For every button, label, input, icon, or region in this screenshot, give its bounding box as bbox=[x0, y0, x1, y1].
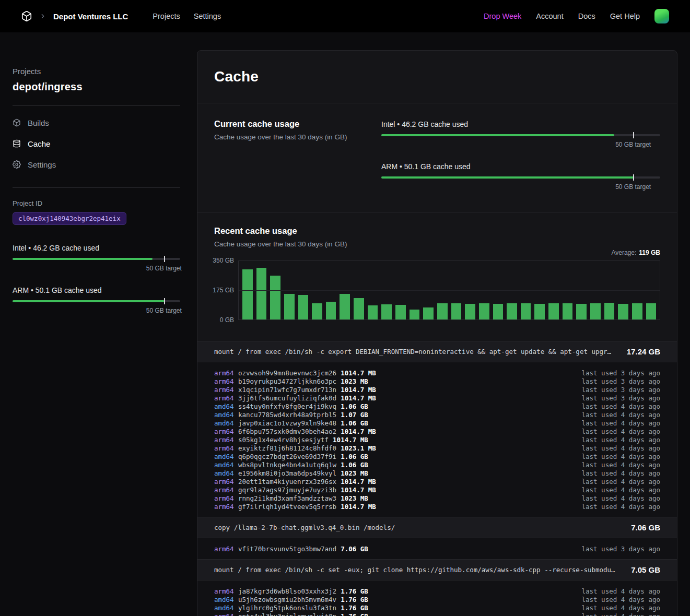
project-id-badge[interactable]: cl0wz0xj140943ebgr2ep41eix bbox=[13, 212, 126, 225]
entry-size: 1.06 GB bbox=[341, 402, 368, 410]
entry-arch: amd64 bbox=[214, 419, 238, 427]
entry-hash: gf7ilrlqh1yd4tveev5q5rrsb bbox=[238, 503, 336, 511]
entry-hash: rnng2i1kmd3xamf3amdzztaw3 bbox=[238, 494, 336, 502]
entry-hash: ss4tuy0nfxfv8fg0er4ji9kvq bbox=[238, 402, 336, 410]
entry-size: 1.06 GB bbox=[341, 461, 368, 469]
average-row: Average: 119 GB bbox=[214, 249, 660, 256]
breadcrumb-chevron-icon bbox=[39, 13, 46, 20]
entry-size: 1014.7 MB bbox=[341, 369, 376, 377]
nav-right-links: Drop WeekAccountDocsGet Help bbox=[484, 12, 640, 20]
cache-entry-row: arm646f6bpu757sxk0dmv30beh4ao21014.7 MBl… bbox=[214, 427, 660, 435]
user-avatar[interactable] bbox=[654, 9, 669, 23]
usage-target-tick bbox=[164, 256, 165, 262]
cache-entry-row: arm6420ett1tam4kiyuenrzx3z96sx1014.7 MBl… bbox=[214, 477, 660, 485]
entry-size: 1014.7 MB bbox=[341, 503, 376, 511]
entry-size: 1014.7 MB bbox=[341, 386, 376, 394]
current-usage-heading: Current cache usage Cache usage over the… bbox=[214, 119, 381, 191]
entry-last-used: last used 4 days ago bbox=[581, 428, 660, 435]
entry-size: 7.06 GB bbox=[341, 545, 368, 553]
entry-last-used: last used 4 days ago bbox=[581, 436, 660, 444]
cache-group-header[interactable]: copy /llama-2-7b-chat.ggmlv3.q4_0.bin /m… bbox=[197, 517, 677, 538]
entry-last-used: last used 3 days ago bbox=[581, 545, 660, 553]
sidebar-item-label: Builds bbox=[28, 119, 49, 127]
entry-last-used: last used 4 days ago bbox=[581, 494, 660, 502]
chart-bar bbox=[479, 303, 489, 319]
cache-group-command: mount / from exec /bin/sh -c set -eux; g… bbox=[214, 566, 618, 574]
entry-hash: ja87kgr3d6wb8lso03xxhx3j2 bbox=[238, 587, 336, 595]
sidebar-item-cache[interactable]: Cache bbox=[13, 133, 180, 154]
cache-group-header[interactable]: mount / from exec /bin/sh -c export DEBI… bbox=[197, 341, 677, 362]
cache-entry-row: arm64gf7ilrlqh1yd4tveev5q5rrsb1014.7 MBl… bbox=[214, 502, 660, 511]
cache-entry-row: amd64ylgihrc0g5tpk6onslu3fa3tn1.76 GBlas… bbox=[214, 603, 660, 612]
nav-link-projects[interactable]: Projects bbox=[153, 12, 180, 20]
entry-arch: arm64 bbox=[214, 444, 238, 452]
cache-panel: Cache Current cache usage Cache usage ov… bbox=[197, 50, 677, 616]
usage-label: ARM • 50.1 GB cache used bbox=[13, 286, 180, 294]
cache-entry-row: amd64e1956km8i0jo3ma6dps49kvyl1023 MBlas… bbox=[214, 469, 660, 477]
cache-group-command: copy /llama-2-7b-chat.ggmlv3.q4_0.bin /m… bbox=[214, 524, 618, 531]
entry-hash: u5jh6zowbsgmiu2bh5mvm6m4v bbox=[238, 596, 336, 603]
entry-hash: e1956km8i0jo3ma6dps49kvyl bbox=[238, 469, 336, 477]
chart-bar bbox=[465, 304, 475, 319]
entry-hash: optc4yl3bv3pjplomwglvit0n bbox=[238, 612, 336, 616]
cache-entry-row: arm64optc4yl3bv3pjplomwglvit0n1.76 GBlas… bbox=[214, 612, 660, 616]
chart-bar bbox=[604, 303, 615, 319]
chart-bar bbox=[507, 303, 517, 319]
settings-icon bbox=[13, 160, 21, 169]
y-axis-tick: 175 GB bbox=[213, 287, 234, 294]
chart-bar bbox=[284, 294, 295, 319]
entry-arch: arm64 bbox=[214, 503, 238, 511]
nav-link-get-help[interactable]: Get Help bbox=[610, 12, 640, 20]
entry-last-used: last used 4 days ago bbox=[581, 604, 660, 612]
usage-progress-bar bbox=[13, 258, 180, 260]
cache-entry-row: amd64javp0xiac1o1vzwy9xln9ke481.06 GBlas… bbox=[214, 419, 660, 427]
cache-group-header[interactable]: mount / from exec /bin/sh -c set -eux; g… bbox=[197, 559, 677, 581]
entry-arch: amd64 bbox=[214, 604, 238, 612]
cache-entry-row: arm64exyiktzf81j6h81124c8hfdf01023.1 MBl… bbox=[214, 444, 660, 452]
entry-arch: arm64 bbox=[214, 428, 238, 435]
entry-size: 1014.7 MB bbox=[341, 428, 376, 435]
usage-target-label: 50 GB target bbox=[615, 141, 651, 148]
entry-hash: q6p0qgcz7bdgt26ve69d37f9i bbox=[238, 453, 336, 460]
chart-y-axis: 350 GB175 GB0 GB bbox=[214, 260, 238, 320]
main-usage: Intel • 46.2 GB cache used50 GB targetAR… bbox=[381, 119, 660, 191]
cache-entry-row: amd64kancu7785wd4xrh48a9tprbl51.07 GBlas… bbox=[214, 410, 660, 419]
chart-bar bbox=[632, 303, 642, 319]
y-axis-tick: 0 GB bbox=[220, 316, 234, 324]
depot-logo-icon[interactable] bbox=[21, 10, 32, 22]
divider bbox=[13, 187, 180, 188]
nav-link-settings[interactable]: Settings bbox=[194, 12, 221, 20]
org-name[interactable]: Depot Ventures LLC bbox=[53, 12, 128, 21]
nav-link-drop-week[interactable]: Drop Week bbox=[484, 12, 521, 20]
entry-last-used: last used 4 days ago bbox=[581, 419, 660, 427]
chart-bar bbox=[242, 269, 253, 319]
sidebar-item-label: Settings bbox=[28, 160, 56, 169]
cache-entry-row: arm64vfit70brsvunv5tgo3bmw7and7.06 GBlas… bbox=[214, 544, 660, 553]
cache-entry-row: arm64x1qcipin71wfc7g7umxdr713n1014.7 MBl… bbox=[214, 385, 660, 394]
entry-last-used: last used 4 days ago bbox=[581, 612, 660, 616]
usage-target-label: 50 GB target bbox=[146, 307, 182, 314]
cache-usage-chart-plot bbox=[238, 260, 660, 320]
sidebar-item-builds[interactable]: Builds bbox=[13, 112, 180, 133]
entry-arch: arm64 bbox=[214, 486, 238, 494]
chart-bar bbox=[451, 303, 462, 319]
recent-usage-title: Recent cache usage bbox=[214, 226, 660, 236]
nav-left: Depot Ventures LLC ProjectsSettings bbox=[21, 10, 221, 22]
chart-bar bbox=[521, 303, 531, 319]
entry-size: 1.06 GB bbox=[341, 453, 368, 460]
entry-last-used: last used 4 days ago bbox=[581, 503, 660, 511]
nav-link-account[interactable]: Account bbox=[536, 12, 563, 20]
cache-entry-row: arm64gqr9la7ags97jmuyje7uyzi3b1014.7 MBl… bbox=[214, 485, 660, 494]
entry-arch: arm64 bbox=[214, 494, 238, 502]
nav-link-docs[interactable]: Docs bbox=[578, 12, 595, 20]
usage-label: Intel • 46.2 GB cache used bbox=[13, 244, 180, 252]
card-header: Cache bbox=[197, 51, 677, 103]
sidebar-item-settings[interactable]: Settings bbox=[13, 154, 180, 175]
usage-block: ARM • 50.1 GB cache used50 GB target bbox=[13, 286, 180, 315]
nav-left-links: ProjectsSettings bbox=[153, 12, 221, 20]
chart-bar bbox=[381, 304, 392, 319]
project-id-label: Project ID bbox=[13, 199, 180, 207]
entry-last-used: last used 3 days ago bbox=[581, 369, 660, 377]
chart-gridline bbox=[239, 290, 660, 291]
usage-target-row: 50 GB target bbox=[381, 183, 660, 191]
